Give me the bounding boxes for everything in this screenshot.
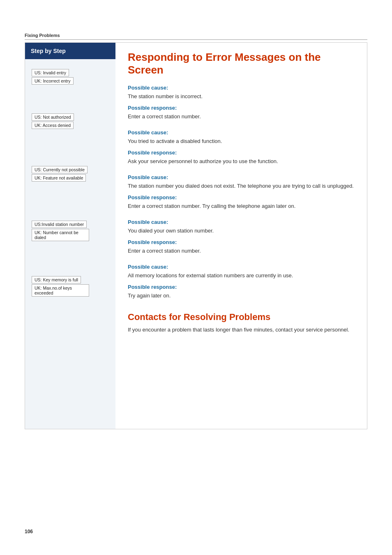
error-tag-us-1: US: Invalid entry [32, 69, 69, 76]
response-label-3: Possible response: [128, 194, 355, 200]
response-text-2: Ask your service personnel to authorize … [128, 157, 355, 166]
content-section-3: Possible cause: The station number you d… [128, 174, 355, 210]
response-label-1: Possible response: [128, 105, 355, 111]
cause-text-5: All memory locations for external statio… [128, 272, 355, 280]
response-label-2: Possible response: [128, 150, 355, 156]
error-group-3: US: Currently not possible UK: Feature n… [25, 160, 115, 188]
page-number: 106 [25, 529, 33, 534]
sidebar: Step by Step US: Invalid entry UK: Incor… [25, 43, 115, 429]
error-group-1: US: Invalid entry UK: Incorrect entry [25, 63, 115, 91]
cause-label-2: Possible cause: [128, 129, 355, 136]
contacts-title: Contacts for Resolving Problems [128, 312, 355, 322]
contacts-section: Contacts for Resolving Problems If you e… [128, 312, 355, 334]
sidebar-title: Step by Step [25, 43, 115, 59]
cause-text-2: You tried to activate a disabled functio… [128, 137, 355, 145]
error-tag-uk-3: UK: Feature not available [32, 174, 86, 182]
cause-label-3: Possible cause: [128, 174, 355, 180]
error-tag-uk-1: UK: Incorrect entry [32, 77, 74, 85]
error-tag-uk-2: UK: Access denied [32, 122, 74, 129]
error-tag-us-2: US: Not authorized [32, 113, 74, 121]
cause-label-5: Possible cause: [128, 264, 355, 270]
error-tag-us-3: US: Currently not possible [32, 166, 88, 173]
response-label-5: Possible response: [128, 284, 355, 290]
content-section-1: Possible cause: The station number is in… [128, 85, 355, 120]
page: Fixing Problems Step by Step US: Invalid… [0, 0, 392, 555]
response-text-4: Enter a correct station number. [128, 247, 355, 255]
cause-text-3: The station number you dialed does not e… [128, 182, 355, 190]
response-text-3: Enter a correct station number. Try call… [128, 202, 355, 210]
content-section-2: Possible cause: You tried to activate a … [128, 129, 355, 165]
response-label-4: Possible response: [128, 239, 355, 245]
error-tag-uk-5: UK: Max.no.of keys exceeded [32, 284, 89, 297]
cause-text-1: The station number is incorrect. [128, 92, 355, 101]
main-layout: Step by Step US: Invalid entry UK: Incor… [25, 42, 367, 429]
error-group-4: US:Invalid station number UK: Number can… [25, 215, 115, 248]
error-group-5: US: Key memory is full UK: Max.no.of key… [25, 270, 115, 303]
response-text-1: Enter a correct station number. [128, 113, 355, 121]
main-title: Responding to Error Messages on the Scre… [128, 51, 355, 76]
response-text-5: Try again later on. [128, 292, 355, 300]
cause-label-1: Possible cause: [128, 85, 355, 91]
content-section-5: Possible cause: All memory locations for… [128, 264, 355, 299]
content-area: Responding to Error Messages on the Scre… [115, 43, 367, 429]
cause-label-4: Possible cause: [128, 219, 355, 225]
section-label: Fixing Problems [25, 33, 367, 40]
error-group-2: US: Not authorized UK: Access denied [25, 108, 115, 136]
error-tag-uk-4: UK: Number cannot be dialed [32, 229, 89, 241]
cause-text-4: You dialed your own station number. [128, 227, 355, 235]
error-tag-us-4: US:Invalid station number [32, 221, 87, 228]
sidebar-content: US: Invalid entry UK: Incorrect entry US… [25, 59, 115, 429]
error-tag-us-5: US: Key memory is full [32, 276, 81, 283]
contacts-text: If you encounter a problem that lasts lo… [128, 326, 355, 334]
content-section-4: Possible cause: You dialed your own stat… [128, 219, 355, 255]
